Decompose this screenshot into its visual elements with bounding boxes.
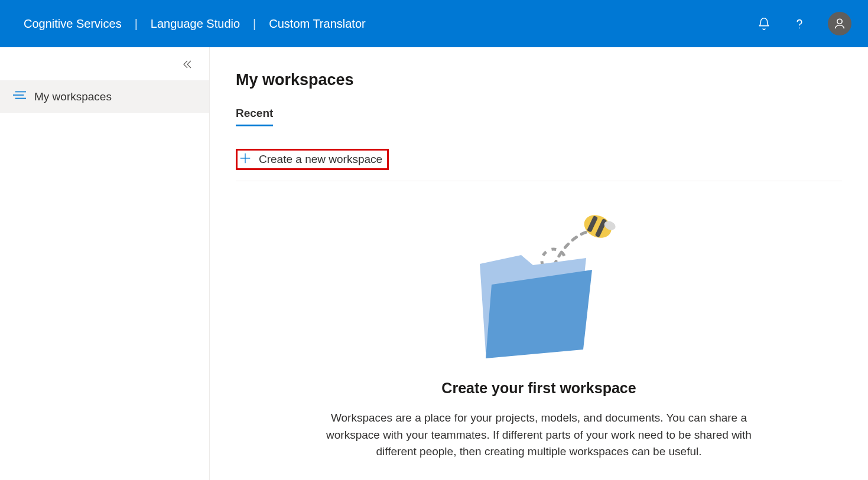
breadcrumb: Cognitive Services | Language Studio | C…	[24, 17, 757, 31]
create-workspace-button[interactable]: Create a new workspace	[236, 149, 389, 170]
empty-state: Create your first workspace Workspaces a…	[236, 199, 842, 461]
notifications-icon[interactable]	[757, 17, 771, 31]
top-header: Cognitive Services | Language Studio | C…	[0, 0, 868, 47]
empty-state-description: Workspaces are a place for your projects…	[308, 410, 769, 461]
breadcrumb-language-studio[interactable]: Language Studio	[151, 17, 240, 31]
plus-icon	[239, 152, 252, 167]
toolbar: Create a new workspace	[236, 149, 842, 181]
breadcrumb-custom-translator[interactable]: Custom Translator	[269, 17, 365, 31]
list-icon	[13, 90, 26, 103]
empty-state-title: Create your first workspace	[441, 380, 636, 397]
sidebar-item-label: My workspaces	[34, 90, 112, 103]
svg-point-0	[799, 27, 800, 28]
breadcrumb-separator: |	[253, 17, 256, 31]
sidebar-item-my-workspaces[interactable]: My workspaces	[0, 80, 209, 113]
page-title: My workspaces	[236, 71, 842, 89]
collapse-sidebar-icon[interactable]	[182, 59, 193, 72]
main-content: My workspaces Recent Create a new worksp…	[210, 47, 868, 480]
help-icon[interactable]	[792, 17, 807, 31]
breadcrumb-separator: |	[135, 17, 138, 31]
tab-recent[interactable]: Recent	[236, 107, 273, 126]
header-actions	[757, 12, 851, 35]
empty-folder-illustration	[450, 199, 628, 364]
create-workspace-label: Create a new workspace	[259, 153, 382, 166]
account-avatar[interactable]	[828, 12, 851, 35]
tabs: Recent	[236, 107, 842, 126]
breadcrumb-cognitive-services[interactable]: Cognitive Services	[24, 17, 122, 31]
svg-point-1	[837, 19, 842, 24]
sidebar: My workspaces	[0, 47, 210, 480]
